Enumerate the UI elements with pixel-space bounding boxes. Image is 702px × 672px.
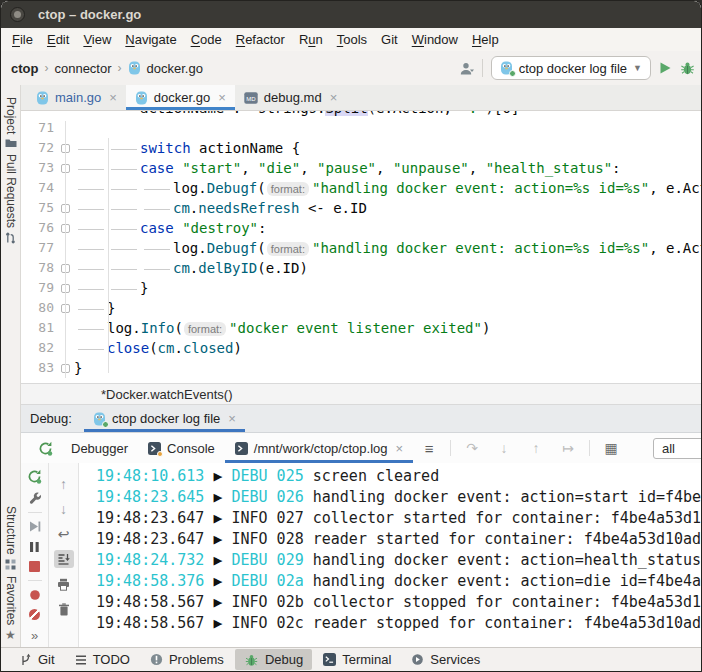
log-line: 19:48:58.376 ▶ DEBU 02a handling docker … xyxy=(96,571,701,592)
code-line: 77log.Debugf(format:"handling docker eve… xyxy=(21,238,701,258)
log-timestamp: 19:48:58.567 xyxy=(96,593,213,611)
menu-file[interactable]: File xyxy=(5,30,40,49)
rerun-icon[interactable] xyxy=(25,469,45,484)
tab-whitespace xyxy=(107,242,140,256)
user-profile-icon[interactable] xyxy=(459,62,474,75)
token: ":" xyxy=(460,111,485,116)
stop-icon[interactable] xyxy=(25,560,45,573)
debug-button[interactable] xyxy=(680,61,695,75)
line-number: 78 xyxy=(21,258,57,278)
log-message: handling docker event: action=start id=f… xyxy=(313,488,701,506)
tab-docker.go[interactable]: docker.go× xyxy=(126,85,235,110)
tab-whitespace xyxy=(74,202,107,216)
close-icon[interactable]: × xyxy=(330,90,338,105)
settings-icon[interactable] xyxy=(25,491,45,505)
code-editor[interactable]: actionName := strings.Split(e.Action, ":… xyxy=(21,111,701,383)
debug-tab-console[interactable]: Console xyxy=(138,433,225,463)
code-line: 72switch actionName { xyxy=(21,138,701,158)
debug-tab--mnt-work-ctop-ctop-log[interactable]: /mnt/work/ctop/ctop.log× xyxy=(225,433,413,463)
statusbar-debug[interactable]: Debug xyxy=(235,649,312,670)
menu-help[interactable]: Help xyxy=(465,30,506,49)
layout-icon[interactable]: ▦ xyxy=(601,439,621,457)
pause-icon[interactable] xyxy=(25,540,45,553)
tab-whitespace xyxy=(107,202,140,216)
close-icon[interactable]: × xyxy=(109,90,117,105)
breadcrumb-item-ctop[interactable]: ctop xyxy=(11,61,38,76)
debug-tab-debugger[interactable]: Debugger xyxy=(61,433,138,463)
line-number: 71 xyxy=(21,118,57,138)
menu-code[interactable]: Code xyxy=(184,30,229,49)
tab-main.go[interactable]: main.go× xyxy=(27,85,126,110)
sidebar-item-pull-requests[interactable]: Pull Requests xyxy=(4,154,18,228)
breadcrumb-item-connector[interactable]: connector xyxy=(54,61,111,76)
close-icon[interactable]: × xyxy=(395,441,403,456)
menu-icon[interactable]: ≡ xyxy=(419,439,439,457)
statusbar-label: Problems xyxy=(169,652,224,667)
statusbar-services[interactable]: Services xyxy=(402,649,489,670)
print-icon[interactable] xyxy=(54,575,74,593)
separator xyxy=(28,580,42,581)
window-button[interactable] xyxy=(10,7,25,22)
more-actions-button[interactable]: » xyxy=(31,628,38,643)
scroll-to-end-icon[interactable] xyxy=(54,550,74,568)
step-over-icon[interactable]: ↷ xyxy=(462,439,482,457)
nav-up-icon[interactable]: ↑ xyxy=(54,475,74,493)
log-output[interactable]: 19:48:10.613 ▶ DEBU 025 screen cleared19… xyxy=(79,463,701,647)
statusbar-terminal[interactable]: Terminal xyxy=(314,649,400,670)
view-breakpoints-icon[interactable] xyxy=(25,588,45,601)
chevron-down-icon: ▼ xyxy=(633,63,642,73)
menu-git[interactable]: Git xyxy=(374,30,405,49)
log-timestamp: 19:48:24.732 xyxy=(96,551,213,569)
clear-icon[interactable] xyxy=(54,600,74,618)
step-out-icon[interactable]: ↑ xyxy=(526,439,546,457)
code-line: 71 xyxy=(21,118,701,138)
svg-text:MD: MD xyxy=(246,95,256,101)
statusbar-todo[interactable]: TODO xyxy=(66,649,139,670)
token: ) xyxy=(482,320,490,336)
debug-session-tab[interactable]: ctop docker log file × xyxy=(84,405,245,432)
close-icon[interactable]: × xyxy=(228,411,236,426)
log-message: collector stopped for container: f4be4a5… xyxy=(313,593,701,611)
menu-tools[interactable]: Tools xyxy=(330,30,374,49)
line-number: 80 xyxy=(21,298,57,318)
menu-navigate[interactable]: Navigate xyxy=(118,30,183,49)
nav-down-icon[interactable]: ↓ xyxy=(54,500,74,518)
run-to-cursor-icon[interactable]: ↦ xyxy=(558,439,578,457)
token: delByID xyxy=(198,260,257,276)
token: , xyxy=(300,160,317,176)
sidebar-item-favorites[interactable]: Favorites xyxy=(4,576,18,625)
debug-body: » ↑↓↩ 19:48:10.613 ▶ DEBU 025 screen cle… xyxy=(21,463,701,647)
run-button[interactable] xyxy=(659,61,672,75)
step-into-icon[interactable]: ↓ xyxy=(494,439,514,457)
log-filter-select[interactable]: all xyxy=(653,438,701,459)
statusbar-problems[interactable]: Problems xyxy=(141,649,233,670)
indent-guide xyxy=(65,121,66,378)
log-line: 19:48:58.567 ▶ INFO 02c reader stopped f… xyxy=(96,613,701,634)
close-icon[interactable]: × xyxy=(218,90,226,105)
sidebar-item-project[interactable]: Project xyxy=(4,97,18,134)
mute-breakpoints-icon[interactable] xyxy=(25,608,45,621)
menu-window[interactable]: Window xyxy=(405,30,465,49)
menu-view[interactable]: View xyxy=(76,30,118,49)
tab-debug.md[interactable]: MDdebug.md× xyxy=(235,85,346,110)
parameter-hint: format: xyxy=(267,182,309,196)
go-file-icon xyxy=(128,61,141,75)
tab-whitespace xyxy=(74,222,107,236)
rerun-icon[interactable] xyxy=(35,439,55,457)
menu-edit[interactable]: Edit xyxy=(40,30,76,49)
token: switch xyxy=(140,140,191,156)
token: cm xyxy=(173,260,190,276)
todo-icon xyxy=(75,655,87,665)
resume-icon[interactable] xyxy=(25,520,45,533)
log-marker-icon: ▶ xyxy=(213,509,231,527)
soft-wrap-icon[interactable]: ↩ xyxy=(54,525,74,543)
status-bar: GitTODOProblemsDebugTerminalServices xyxy=(1,647,701,671)
breadcrumb-item-docker.go[interactable]: docker.go xyxy=(147,61,203,76)
run-configuration-select[interactable]: ctop docker log file ▼ xyxy=(491,56,651,80)
log-marker-icon: ▶ xyxy=(213,551,231,569)
code-text: case "destroy": xyxy=(74,218,266,238)
statusbar-git[interactable]: Git xyxy=(11,649,64,670)
menu-run[interactable]: Run xyxy=(292,30,330,49)
sidebar-item-structure[interactable]: Structure xyxy=(4,506,18,555)
menu-refactor[interactable]: Refactor xyxy=(229,30,292,49)
